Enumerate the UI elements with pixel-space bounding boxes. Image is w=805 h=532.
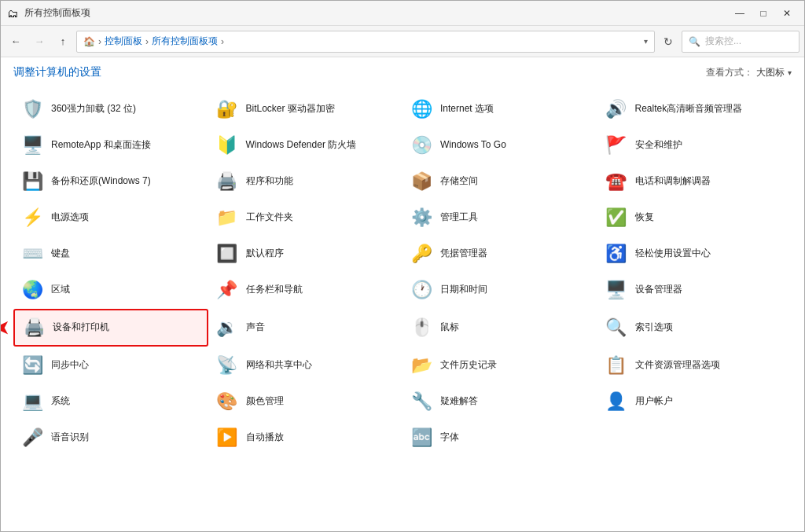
up-button[interactable]: ↑	[53, 31, 73, 52]
icon-item-bitlocker[interactable]: 🔐BitLocker 驱动器加密	[208, 92, 403, 127]
icon-item-defender[interactable]: 🔰Windows Defender 防火墙	[208, 128, 403, 163]
icon-label-realtek: Realtek高清晰音频管理器	[635, 103, 743, 116]
icon-label-defender: Windows Defender 防火墙	[246, 139, 357, 152]
search-icon: 🔍	[689, 36, 700, 47]
icon-item-autoplay[interactable]: ▶️自动播放	[208, 420, 403, 455]
icon-img-programs: 🖨️	[215, 169, 240, 194]
icon-item-security[interactable]: 🚩安全和维护	[597, 128, 792, 163]
icon-img-default: 🔲	[215, 241, 240, 266]
icon-img-mouse: 🖱️	[409, 315, 434, 340]
address-home-icon: 🏠	[83, 36, 95, 47]
view-label: 查看方式：	[706, 66, 753, 79]
icon-img-credentials: 🔑	[409, 241, 434, 266]
section-title[interactable]: 调整计算机的设置	[13, 65, 101, 79]
icon-label-security: 安全和维护	[635, 139, 682, 152]
icon-item-mouse[interactable]: 🖱️鼠标	[402, 309, 597, 347]
icon-item-credentials[interactable]: 🔑凭据管理器	[402, 237, 597, 271]
section-header: 调整计算机的设置 查看方式： 大图标 ▾	[13, 65, 792, 79]
icon-item-easeaccess[interactable]: ♿轻松使用设置中心	[597, 237, 792, 271]
icon-label-phone: 电话和调制解调器	[635, 175, 711, 188]
icon-item-system[interactable]: 💻系统	[13, 384, 208, 419]
icon-label-keyboard: 键盘	[51, 248, 70, 260]
icon-item-phone[interactable]: ☎️电话和调制解调器	[597, 164, 792, 199]
icon-item-synccenter[interactable]: 🔄同步中心	[13, 348, 208, 383]
icon-label-filehistory: 文件历史记录	[440, 359, 497, 372]
icon-label-windowstogo: Windows To Go	[440, 139, 506, 152]
icon-item-programs[interactable]: 🖨️程序和功能	[208, 164, 403, 199]
maximize-button[interactable]: □	[752, 4, 774, 23]
window-title: 所有控制面板项	[24, 6, 729, 20]
icon-img-workfolder: 📁	[215, 205, 240, 230]
icon-label-bitlocker: BitLocker 驱动器加密	[246, 103, 335, 116]
window-icon: 🗂	[7, 7, 20, 20]
titlebar: 🗂 所有控制面板项 — □ ✕	[1, 1, 804, 26]
icon-label-fonts: 字体	[440, 431, 459, 444]
red-arrow-icon: ➤	[1, 316, 10, 340]
icon-item-indexing[interactable]: 🔍索引选项	[597, 309, 792, 347]
address-control-panel[interactable]: 控制面板	[105, 35, 142, 48]
icon-label-fileopts: 文件资源管理器选项	[635, 359, 720, 372]
forward-button[interactable]: →	[29, 31, 50, 52]
icon-item-360[interactable]: 🛡️360强力卸载 (32 位)	[13, 92, 208, 127]
icon-item-users[interactable]: 👤用户帐户	[597, 384, 792, 419]
icon-item-filehistory[interactable]: 📂文件历史记录	[402, 348, 597, 383]
icon-img-remoteapp: 🖥️	[20, 133, 45, 158]
icon-label-troubleshoot: 疑难解答	[440, 395, 478, 408]
icon-label-datetime: 日期和时间	[440, 284, 487, 296]
search-box[interactable]: 🔍 搜索控...	[682, 31, 799, 53]
icon-label-manage: 管理工具	[440, 211, 478, 224]
icon-label-storage: 存储空间	[440, 175, 478, 188]
icon-item-backup[interactable]: 💾备份和还原(Windows 7)	[13, 164, 208, 199]
search-placeholder: 搜索控...	[705, 35, 741, 48]
icon-item-devices[interactable]: 🖨️设备和打印机➤	[13, 309, 208, 347]
icon-item-sound[interactable]: 🔉声音	[208, 309, 403, 347]
icon-label-remoteapp: RemoteApp 和桌面连接	[51, 139, 151, 152]
icon-label-sound: 声音	[246, 321, 265, 334]
icon-item-storage[interactable]: 📦存储空间	[402, 164, 597, 199]
icon-label-power: 电源选项	[51, 211, 89, 224]
back-button[interactable]: ←	[6, 31, 26, 52]
icon-img-region: 🌏	[20, 277, 45, 303]
main-content: 调整计算机的设置 查看方式： 大图标 ▾ 🛡️360强力卸载 (32 位)🔐Bi…	[1, 57, 804, 531]
icon-label-indexing: 索引选项	[635, 321, 673, 334]
icon-img-fonts: 🔤	[409, 425, 434, 450]
icon-item-troubleshoot[interactable]: 🔧疑难解答	[402, 384, 597, 419]
icon-item-power[interactable]: ⚡电源选项	[13, 200, 208, 235]
icon-item-colormanage[interactable]: 🎨颜色管理	[208, 384, 403, 419]
icon-label-devmgr: 设备管理器	[635, 284, 682, 296]
icon-label-credentials: 凭据管理器	[440, 248, 487, 260]
icon-item-realtek[interactable]: 🔊Realtek高清晰音频管理器	[597, 92, 792, 127]
icon-item-speech[interactable]: 🎤语音识别	[13, 420, 208, 455]
icon-item-fileopts[interactable]: 📋文件资源管理器选项	[597, 348, 792, 383]
icon-item-internet[interactable]: 🌐Internet 选项	[402, 92, 597, 127]
icon-item-remoteapp[interactable]: 🖥️RemoteApp 和桌面连接	[13, 128, 208, 163]
address-all-items[interactable]: 所有控制面板项	[152, 35, 218, 48]
icon-label-backup: 备份和还原(Windows 7)	[51, 175, 151, 188]
close-button[interactable]: ✕	[776, 4, 798, 23]
address-dropdown-icon[interactable]: ▾	[644, 37, 648, 46]
icon-item-fonts[interactable]: 🔤字体	[402, 420, 597, 455]
icon-item-workfolder[interactable]: 📁工作文件夹	[208, 200, 403, 235]
icon-label-mouse: 鼠标	[440, 321, 459, 334]
icon-item-devmgr[interactable]: 🖥️设备管理器	[597, 273, 792, 307]
icon-item-region[interactable]: 🌏区域	[13, 273, 208, 307]
refresh-button[interactable]: ↻	[658, 31, 678, 52]
view-type[interactable]: 大图标	[756, 66, 785, 79]
minimize-button[interactable]: —	[729, 4, 751, 23]
address-bar-box[interactable]: 🏠 › 控制面板 › 所有控制面板项 › ▾	[76, 31, 655, 53]
icon-item-restore[interactable]: ✅恢复	[597, 200, 792, 235]
icon-img-speech: 🎤	[20, 425, 45, 450]
icon-label-network: 网络和共享中心	[246, 359, 312, 372]
icon-item-windowstogo[interactable]: 💿Windows To Go	[402, 128, 597, 163]
icon-item-default[interactable]: 🔲默认程序	[208, 237, 403, 271]
icon-img-devmgr: 🖥️	[604, 277, 629, 303]
icon-item-keyboard[interactable]: ⌨️键盘	[13, 237, 208, 271]
icon-item-datetime[interactable]: 🕐日期和时间	[402, 273, 597, 307]
icon-label-programs: 程序和功能	[246, 175, 293, 188]
icon-img-sound: 🔉	[215, 315, 240, 340]
icon-item-taskbar[interactable]: 📌任务栏和导航	[208, 273, 403, 307]
icon-item-manage[interactable]: ⚙️管理工具	[402, 200, 597, 235]
icon-item-network[interactable]: 📡网络和共享中心	[208, 348, 403, 383]
icon-img-synccenter: 🔄	[20, 353, 45, 378]
view-dropdown-icon[interactable]: ▾	[788, 68, 792, 77]
